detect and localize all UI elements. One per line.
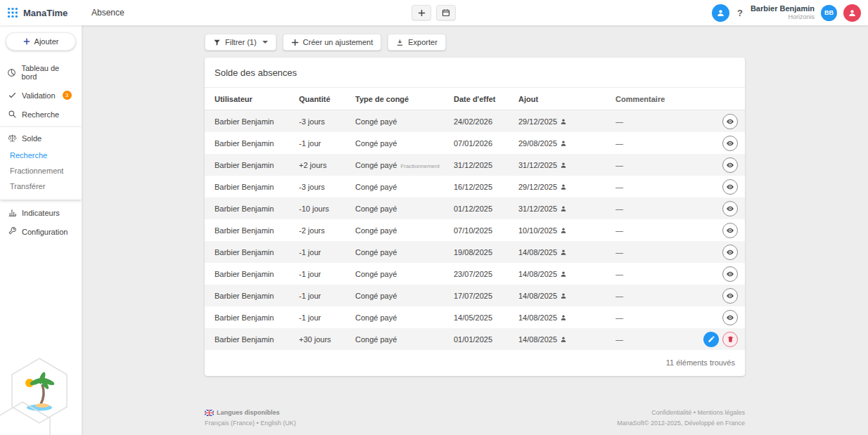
- privacy-link[interactable]: Confidentialité: [651, 409, 691, 416]
- cell-added-date: 14/08/2025: [518, 270, 615, 278]
- calendar-button[interactable]: [436, 5, 456, 20]
- chevron-down-icon: [262, 41, 268, 44]
- cell-quantity: -1 jour: [299, 313, 355, 322]
- edit-button[interactable]: [703, 332, 719, 347]
- view-button[interactable]: [722, 179, 738, 195]
- cell-actions: [687, 114, 738, 129]
- eye-icon: [726, 292, 734, 300]
- cell-comment: —: [615, 117, 687, 126]
- sidebar-subitem-fractionnement[interactable]: Fractionnement: [0, 163, 82, 178]
- person-icon: [560, 249, 567, 256]
- scale-icon: [7, 134, 17, 143]
- profile-button[interactable]: [712, 4, 729, 22]
- pencil-icon: [708, 335, 715, 343]
- view-button[interactable]: [722, 136, 738, 151]
- filter-button[interactable]: Filtrer (1): [205, 34, 276, 51]
- sidebar-item-validation[interactable]: Validation 3: [0, 86, 82, 105]
- eye-icon: [726, 204, 734, 213]
- view-button[interactable]: [722, 266, 738, 282]
- col-quantite: Quantité: [299, 95, 355, 103]
- page-footer: Langues disponibles Français (France) • …: [205, 408, 745, 428]
- cell-user: Barbier Benjamin: [215, 117, 299, 126]
- sidebar-item-label: Indicateurs: [22, 209, 60, 217]
- cell-actions: [687, 310, 738, 325]
- logout-button[interactable]: [843, 4, 861, 22]
- funnel-icon: [213, 39, 221, 46]
- balance-card: Solde des absences Utilisateur Quantité …: [205, 58, 745, 376]
- view-button[interactable]: [722, 245, 738, 260]
- cell-effective-date: 07/10/2025: [454, 226, 518, 235]
- cell-added-date: 31/12/2025: [518, 204, 615, 213]
- help-button[interactable]: ?: [736, 8, 744, 18]
- sidebar-item-configuration[interactable]: Configuration: [0, 222, 82, 241]
- eye-icon: [726, 117, 734, 126]
- user-name: Barbier Benjamin: [751, 4, 815, 14]
- language-link-en[interactable]: English (UK): [260, 420, 296, 427]
- cell-comment: —: [615, 161, 687, 169]
- cell-leave-type: Congé payé: [355, 139, 454, 148]
- cell-effective-date: 16/12/2025: [454, 183, 518, 191]
- add-button-label: Ajouter: [34, 37, 59, 46]
- cell-quantity: -3 jours: [299, 117, 355, 126]
- cell-user: Barbier Benjamin: [215, 270, 299, 278]
- person-icon: [560, 271, 567, 278]
- cell-leave-type: Congé payé: [355, 183, 454, 191]
- view-button[interactable]: [722, 310, 738, 325]
- cell-user: Barbier Benjamin: [215, 183, 299, 191]
- cell-added-date: 29/08/2025: [518, 139, 615, 148]
- user-block[interactable]: Barbier Benjamin Horizonis: [751, 4, 815, 22]
- avatar[interactable]: BB: [821, 5, 837, 21]
- cell-actions: [687, 245, 738, 260]
- language-link-fr[interactable]: Français (France): [205, 420, 255, 427]
- cell-comment: —: [615, 270, 687, 278]
- toolbar: Filtrer (1) Créer un ajustement Exporter: [205, 34, 446, 51]
- search-icon: [7, 110, 17, 119]
- col-utilisateur: Utilisateur: [215, 95, 299, 103]
- cell-added-date: 29/12/2025: [518, 183, 615, 191]
- create-adjustment-button[interactable]: Créer un ajustement: [283, 34, 382, 51]
- table-row: Barbier Benjamin-3 joursCongé payé24/02/…: [205, 110, 745, 132]
- cell-comment: —: [615, 248, 687, 257]
- legal-link[interactable]: Mentions légales: [697, 409, 745, 416]
- cell-leave-type: Congé payé: [355, 117, 454, 126]
- card-title: Solde des absences: [205, 58, 745, 88]
- cell-leave-type: Congé payé: [355, 335, 454, 344]
- sidebar-item-indicateurs[interactable]: Indicateurs: [0, 203, 82, 222]
- person-icon: [560, 227, 567, 234]
- sidebar-item-tableau-de-bord[interactable]: Tableau de bord: [0, 59, 82, 86]
- trash-icon: [727, 335, 734, 343]
- view-button[interactable]: [722, 201, 738, 216]
- cell-actions: [687, 179, 738, 195]
- wrench-icon: [7, 227, 17, 236]
- cell-actions: [687, 201, 738, 216]
- table-row: Barbier Benjamin-2 joursCongé payé07/10/…: [205, 219, 745, 241]
- download-icon: [396, 39, 404, 46]
- sidebar-subitem-transferer[interactable]: Transférer: [0, 178, 82, 194]
- quick-add-button[interactable]: [411, 5, 431, 20]
- sidebar-subitem-recherche[interactable]: Recherche: [0, 148, 82, 163]
- view-button[interactable]: [722, 157, 738, 173]
- eye-icon: [726, 139, 734, 148]
- table-row: Barbier Benjamin+2 joursCongé payé Fract…: [205, 154, 745, 176]
- brand[interactable]: ManaTime: [0, 7, 82, 18]
- eye-icon: [726, 270, 734, 278]
- eye-icon: [726, 313, 734, 322]
- view-button[interactable]: [722, 288, 738, 304]
- export-button[interactable]: Exporter: [388, 34, 446, 51]
- cell-comment: —: [615, 292, 687, 300]
- sidebar-item-recherche[interactable]: Recherche: [0, 105, 82, 124]
- results-count: 11 éléments trouvés: [205, 350, 745, 376]
- cell-user: Barbier Benjamin: [215, 226, 299, 235]
- separator: •: [694, 409, 696, 416]
- delete-button[interactable]: [722, 332, 738, 347]
- brand-name: ManaTime: [23, 8, 68, 18]
- cell-quantity: +30 jours: [299, 335, 355, 344]
- view-button[interactable]: [722, 223, 738, 238]
- page-title: Absence: [82, 8, 125, 18]
- sidebar-item-solde[interactable]: Solde: [0, 129, 82, 148]
- view-button[interactable]: [722, 114, 738, 129]
- cell-quantity: -1 jour: [299, 270, 355, 278]
- sidebar-item-label: Tableau de bord: [21, 64, 75, 81]
- add-button[interactable]: Ajouter: [6, 32, 76, 51]
- cell-quantity: +2 jours: [299, 161, 355, 169]
